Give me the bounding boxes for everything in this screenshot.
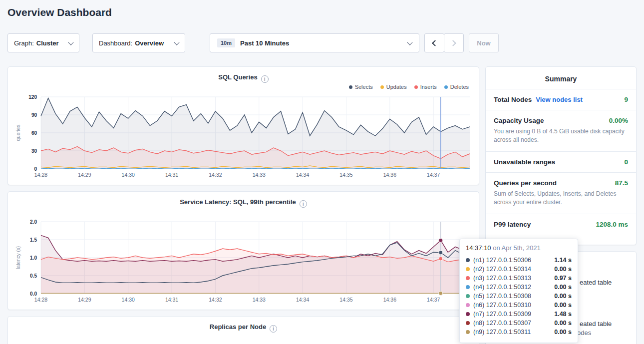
summary-label: P99 latency [494, 221, 531, 228]
svg-text:14:33: 14:33 [253, 172, 266, 178]
summary-value: 9 [624, 96, 628, 103]
event-fragment: eated table [580, 320, 612, 328]
info-icon[interactable] [261, 75, 269, 83]
summary-rows: Total NodesView nodes list9Capacity Usag… [486, 89, 636, 235]
summary-label: Unavailable ranges [494, 158, 555, 166]
summary-value: 0 [624, 158, 628, 166]
now-button[interactable]: Now [469, 33, 499, 52]
svg-text:14:36: 14:36 [383, 172, 396, 178]
summary-row-main: Capacity Usage0.00% [494, 117, 628, 124]
svg-text:14:30: 14:30 [122, 172, 135, 178]
svg-text:14:37: 14:37 [427, 172, 440, 178]
chevron-down-icon [407, 39, 412, 45]
svg-text:90: 90 [31, 112, 37, 118]
events-panel: eated table eated table odes [485, 251, 637, 344]
svg-text:14:32: 14:32 [209, 172, 222, 178]
svg-text:14:36: 14:36 [383, 297, 396, 303]
legend-color-dot [380, 85, 384, 89]
svg-text:14:35: 14:35 [339, 297, 352, 303]
summary-row-main: P99 latency1208.0 ms [494, 221, 628, 228]
next-range-button[interactable] [444, 33, 464, 52]
graph-dropdown-label: Graph: [14, 39, 34, 47]
svg-text:2.0: 2.0 [30, 219, 37, 225]
summary-desc: Sum of Selects, Updates, Inserts, and De… [494, 190, 628, 207]
legend-color-dot [349, 85, 352, 89]
panel-title: Replicas per Node [210, 323, 266, 331]
svg-text:14:28: 14:28 [34, 297, 47, 303]
chart-legend: SelectsUpdatesInsertsDeletes [349, 84, 469, 90]
legend-label: Updates [386, 84, 407, 90]
svg-text:14:31: 14:31 [165, 297, 178, 303]
legend-label: Selects [355, 84, 373, 90]
summary-row: Capacity Usage0.00%You are using 0 B of … [486, 110, 636, 151]
summary-value: 0.00% [609, 117, 628, 124]
summary-panel: Summary Total NodesView nodes list9Capac… [485, 66, 637, 245]
info-icon[interactable] [300, 200, 307, 208]
summary-row: Unavailable ranges0 [486, 151, 636, 172]
toolbar: Graph: Cluster Dashboard: Overview 10m P… [0, 33, 644, 52]
event-fragment: eated table [580, 279, 612, 286]
sql-queries-panel: SQL Queries SelectsUpdatesInsertsDeletes… [7, 66, 479, 185]
replicas-panel: Replicas per Node [7, 316, 479, 344]
latency-panel: Service Latency: SQL, 99th percentile 0.… [7, 191, 479, 310]
summary-desc: You are using 0 B of 4.5 GiB usable disk… [494, 127, 628, 145]
summary-label: Queries per second [494, 179, 557, 187]
summary-row-main: Total NodesView nodes list9 [494, 96, 628, 103]
legend-row: SelectsUpdatesInsertsDeletes [14, 83, 473, 93]
svg-text:14:32: 14:32 [209, 297, 222, 303]
svg-text:14:37: 14:37 [427, 297, 440, 303]
summary-row: P99 latency1208.0 ms [486, 214, 636, 235]
time-range-badge: 10m [217, 38, 235, 47]
summary-label: Capacity Usage [494, 117, 544, 124]
svg-text:1.0: 1.0 [30, 255, 37, 261]
dashboard-dropdown-label: Dashboard: [99, 39, 132, 47]
chevron-left-icon [432, 40, 438, 46]
legend-color-dot [444, 85, 448, 89]
chart-svg[interactable]: 0.00.51.01.52.014:2814:2914:3014:3114:32… [14, 218, 473, 306]
sql-queries-chart[interactable]: 030609012014:2814:2914:3014:3114:3214:33… [14, 93, 473, 181]
legend-item[interactable]: Deletes [444, 84, 469, 90]
panel-title: Service Latency: SQL, 99th percentile [180, 198, 296, 206]
summary-row: Total NodesView nodes list9 [486, 89, 636, 110]
svg-text:60: 60 [31, 130, 37, 136]
prev-range-button[interactable] [424, 33, 444, 52]
svg-text:0.5: 0.5 [30, 273, 37, 279]
svg-text:30: 30 [31, 148, 37, 154]
sidebar: Summary Total NodesView nodes list9Capac… [485, 66, 637, 344]
dashboard-dropdown-value: Overview [135, 39, 164, 47]
summary-title: Summary [486, 67, 636, 89]
info-icon[interactable] [270, 325, 277, 333]
svg-text:14:29: 14:29 [78, 297, 91, 303]
view-nodes-link[interactable]: View nodes list [536, 96, 583, 103]
svg-text:latency (s): latency (s) [15, 246, 21, 269]
page-title: Overview Dashboard [7, 6, 112, 18]
panel-title: SQL Queries [218, 73, 258, 81]
summary-row-main: Queries per second87.5 [494, 179, 628, 187]
panel-title-row: Service Latency: SQL, 99th percentile [14, 198, 473, 207]
panel-title-row: Replicas per Node [14, 323, 473, 332]
legend-item[interactable]: Selects [349, 84, 373, 90]
dashboard-dropdown[interactable]: Dashboard: Overview [92, 33, 185, 52]
latency-chart[interactable]: 0.00.51.01.52.014:2814:2914:3014:3114:32… [14, 218, 473, 306]
time-range-dropdown[interactable]: 10m Past 10 Minutes [210, 33, 419, 52]
summary-row: Queries per second87.5Sum of Selects, Up… [486, 172, 636, 214]
svg-text:14:35: 14:35 [339, 172, 352, 178]
graph-dropdown[interactable]: Graph: Cluster [7, 33, 79, 52]
svg-text:0: 0 [34, 166, 37, 172]
legend-item[interactable]: Inserts [414, 84, 437, 90]
chart-svg[interactable]: 030609012014:2814:2914:3014:3114:3214:33… [14, 93, 473, 181]
legend-label: Deletes [450, 84, 469, 90]
svg-text:queries: queries [15, 125, 21, 141]
svg-text:1.5: 1.5 [30, 237, 37, 243]
svg-text:120: 120 [28, 94, 37, 100]
summary-value: 1208.0 ms [596, 221, 628, 228]
legend-label: Inserts [420, 84, 437, 90]
event-fragment: odes [577, 329, 591, 337]
summary-value: 87.5 [615, 179, 628, 187]
legend-item[interactable]: Updates [380, 84, 407, 90]
charts-column: SQL Queries SelectsUpdatesInsertsDeletes… [7, 66, 479, 344]
svg-text:14:28: 14:28 [34, 172, 47, 178]
chevron-down-icon [68, 39, 73, 45]
summary-row-main: Unavailable ranges0 [494, 158, 628, 166]
panel-title-row: SQL Queries [14, 73, 473, 82]
